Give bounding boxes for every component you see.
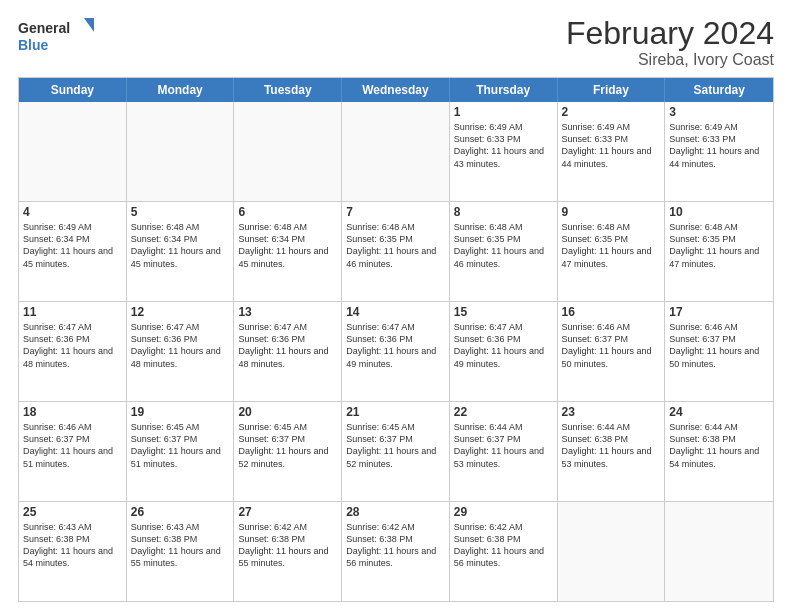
day-number: 4 <box>23 205 122 219</box>
day-info: Sunrise: 6:44 AM Sunset: 6:37 PM Dayligh… <box>454 421 553 470</box>
day-info: Sunrise: 6:45 AM Sunset: 6:37 PM Dayligh… <box>238 421 337 470</box>
calendar-cell: 27Sunrise: 6:42 AM Sunset: 6:38 PM Dayli… <box>234 502 342 601</box>
calendar-cell: 11Sunrise: 6:47 AM Sunset: 6:36 PM Dayli… <box>19 302 127 401</box>
calendar-cell: 28Sunrise: 6:42 AM Sunset: 6:38 PM Dayli… <box>342 502 450 601</box>
calendar-cell: 5Sunrise: 6:48 AM Sunset: 6:34 PM Daylig… <box>127 202 235 301</box>
day-number: 26 <box>131 505 230 519</box>
day-info: Sunrise: 6:49 AM Sunset: 6:33 PM Dayligh… <box>669 121 769 170</box>
calendar-cell: 23Sunrise: 6:44 AM Sunset: 6:38 PM Dayli… <box>558 402 666 501</box>
header-monday: Monday <box>127 78 235 102</box>
calendar-week-4: 18Sunrise: 6:46 AM Sunset: 6:37 PM Dayli… <box>19 401 773 501</box>
day-info: Sunrise: 6:45 AM Sunset: 6:37 PM Dayligh… <box>131 421 230 470</box>
calendar-cell <box>234 102 342 201</box>
day-number: 7 <box>346 205 445 219</box>
calendar-cell: 26Sunrise: 6:43 AM Sunset: 6:38 PM Dayli… <box>127 502 235 601</box>
calendar-cell: 7Sunrise: 6:48 AM Sunset: 6:35 PM Daylig… <box>342 202 450 301</box>
day-info: Sunrise: 6:47 AM Sunset: 6:36 PM Dayligh… <box>346 321 445 370</box>
day-number: 24 <box>669 405 769 419</box>
calendar-cell: 19Sunrise: 6:45 AM Sunset: 6:37 PM Dayli… <box>127 402 235 501</box>
day-info: Sunrise: 6:47 AM Sunset: 6:36 PM Dayligh… <box>131 321 230 370</box>
calendar-cell: 9Sunrise: 6:48 AM Sunset: 6:35 PM Daylig… <box>558 202 666 301</box>
calendar-cell <box>19 102 127 201</box>
calendar-cell: 8Sunrise: 6:48 AM Sunset: 6:35 PM Daylig… <box>450 202 558 301</box>
calendar-cell: 3Sunrise: 6:49 AM Sunset: 6:33 PM Daylig… <box>665 102 773 201</box>
day-number: 23 <box>562 405 661 419</box>
day-number: 3 <box>669 105 769 119</box>
day-number: 25 <box>23 505 122 519</box>
page: General Blue February 2024 Sireba, Ivory… <box>0 0 792 612</box>
calendar-week-2: 4Sunrise: 6:49 AM Sunset: 6:34 PM Daylig… <box>19 201 773 301</box>
day-number: 8 <box>454 205 553 219</box>
day-number: 1 <box>454 105 553 119</box>
calendar-cell: 1Sunrise: 6:49 AM Sunset: 6:33 PM Daylig… <box>450 102 558 201</box>
day-number: 5 <box>131 205 230 219</box>
day-number: 17 <box>669 305 769 319</box>
day-info: Sunrise: 6:44 AM Sunset: 6:38 PM Dayligh… <box>562 421 661 470</box>
day-info: Sunrise: 6:48 AM Sunset: 6:35 PM Dayligh… <box>346 221 445 270</box>
calendar-cell: 15Sunrise: 6:47 AM Sunset: 6:36 PM Dayli… <box>450 302 558 401</box>
calendar-cell: 17Sunrise: 6:46 AM Sunset: 6:37 PM Dayli… <box>665 302 773 401</box>
day-number: 19 <box>131 405 230 419</box>
logo-svg: General Blue <box>18 16 98 56</box>
header-thursday: Thursday <box>450 78 558 102</box>
day-number: 12 <box>131 305 230 319</box>
calendar-cell <box>127 102 235 201</box>
day-info: Sunrise: 6:42 AM Sunset: 6:38 PM Dayligh… <box>346 521 445 570</box>
day-number: 11 <box>23 305 122 319</box>
day-info: Sunrise: 6:46 AM Sunset: 6:37 PM Dayligh… <box>23 421 122 470</box>
day-number: 9 <box>562 205 661 219</box>
header-wednesday: Wednesday <box>342 78 450 102</box>
calendar-week-3: 11Sunrise: 6:47 AM Sunset: 6:36 PM Dayli… <box>19 301 773 401</box>
logo: General Blue <box>18 16 98 56</box>
day-info: Sunrise: 6:42 AM Sunset: 6:38 PM Dayligh… <box>238 521 337 570</box>
calendar-cell: 20Sunrise: 6:45 AM Sunset: 6:37 PM Dayli… <box>234 402 342 501</box>
day-number: 27 <box>238 505 337 519</box>
day-info: Sunrise: 6:47 AM Sunset: 6:36 PM Dayligh… <box>23 321 122 370</box>
day-info: Sunrise: 6:49 AM Sunset: 6:34 PM Dayligh… <box>23 221 122 270</box>
calendar-cell: 24Sunrise: 6:44 AM Sunset: 6:38 PM Dayli… <box>665 402 773 501</box>
calendar-header: Sunday Monday Tuesday Wednesday Thursday… <box>19 78 773 102</box>
calendar-title: February 2024 <box>566 16 774 51</box>
day-info: Sunrise: 6:48 AM Sunset: 6:35 PM Dayligh… <box>454 221 553 270</box>
calendar-cell: 6Sunrise: 6:48 AM Sunset: 6:34 PM Daylig… <box>234 202 342 301</box>
svg-text:General: General <box>18 20 70 36</box>
day-number: 18 <box>23 405 122 419</box>
calendar-cell: 14Sunrise: 6:47 AM Sunset: 6:36 PM Dayli… <box>342 302 450 401</box>
day-number: 6 <box>238 205 337 219</box>
svg-marker-2 <box>84 18 94 32</box>
day-number: 13 <box>238 305 337 319</box>
day-info: Sunrise: 6:45 AM Sunset: 6:37 PM Dayligh… <box>346 421 445 470</box>
header-saturday: Saturday <box>665 78 773 102</box>
day-number: 14 <box>346 305 445 319</box>
calendar-cell <box>342 102 450 201</box>
day-info: Sunrise: 6:42 AM Sunset: 6:38 PM Dayligh… <box>454 521 553 570</box>
day-info: Sunrise: 6:49 AM Sunset: 6:33 PM Dayligh… <box>562 121 661 170</box>
calendar-cell: 16Sunrise: 6:46 AM Sunset: 6:37 PM Dayli… <box>558 302 666 401</box>
calendar-cell: 12Sunrise: 6:47 AM Sunset: 6:36 PM Dayli… <box>127 302 235 401</box>
day-number: 2 <box>562 105 661 119</box>
calendar-cell: 13Sunrise: 6:47 AM Sunset: 6:36 PM Dayli… <box>234 302 342 401</box>
calendar: Sunday Monday Tuesday Wednesday Thursday… <box>18 77 774 602</box>
calendar-body: 1Sunrise: 6:49 AM Sunset: 6:33 PM Daylig… <box>19 102 773 601</box>
calendar-subtitle: Sireba, Ivory Coast <box>566 51 774 69</box>
day-info: Sunrise: 6:47 AM Sunset: 6:36 PM Dayligh… <box>454 321 553 370</box>
day-info: Sunrise: 6:48 AM Sunset: 6:35 PM Dayligh… <box>669 221 769 270</box>
calendar-cell: 21Sunrise: 6:45 AM Sunset: 6:37 PM Dayli… <box>342 402 450 501</box>
calendar-cell: 18Sunrise: 6:46 AM Sunset: 6:37 PM Dayli… <box>19 402 127 501</box>
day-info: Sunrise: 6:48 AM Sunset: 6:35 PM Dayligh… <box>562 221 661 270</box>
calendar-week-1: 1Sunrise: 6:49 AM Sunset: 6:33 PM Daylig… <box>19 102 773 201</box>
day-info: Sunrise: 6:49 AM Sunset: 6:33 PM Dayligh… <box>454 121 553 170</box>
day-info: Sunrise: 6:46 AM Sunset: 6:37 PM Dayligh… <box>669 321 769 370</box>
day-info: Sunrise: 6:47 AM Sunset: 6:36 PM Dayligh… <box>238 321 337 370</box>
calendar-cell: 29Sunrise: 6:42 AM Sunset: 6:38 PM Dayli… <box>450 502 558 601</box>
day-number: 10 <box>669 205 769 219</box>
calendar-week-5: 25Sunrise: 6:43 AM Sunset: 6:38 PM Dayli… <box>19 501 773 601</box>
calendar-cell: 2Sunrise: 6:49 AM Sunset: 6:33 PM Daylig… <box>558 102 666 201</box>
day-number: 20 <box>238 405 337 419</box>
day-info: Sunrise: 6:43 AM Sunset: 6:38 PM Dayligh… <box>23 521 122 570</box>
header-tuesday: Tuesday <box>234 78 342 102</box>
day-info: Sunrise: 6:44 AM Sunset: 6:38 PM Dayligh… <box>669 421 769 470</box>
day-info: Sunrise: 6:48 AM Sunset: 6:34 PM Dayligh… <box>131 221 230 270</box>
day-number: 15 <box>454 305 553 319</box>
calendar-cell: 25Sunrise: 6:43 AM Sunset: 6:38 PM Dayli… <box>19 502 127 601</box>
